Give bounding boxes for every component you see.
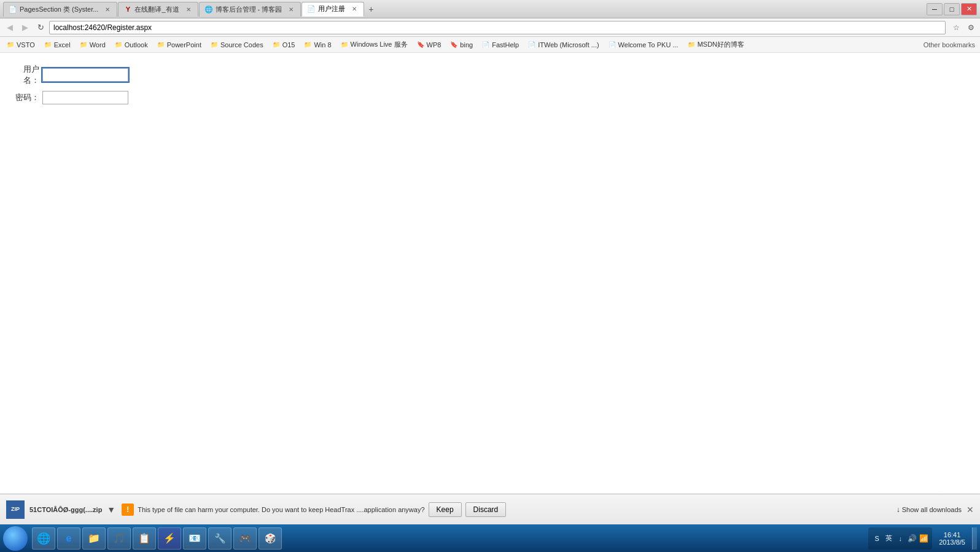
tab-close-1[interactable]: ✕ (103, 5, 112, 14)
bookmark-pku[interactable]: 📄 Welcome To PKU ... (604, 39, 682, 50)
download-bar: ZIP 51CTOIÂÔØ-ggg(....zip ▼ ! This type … (0, 494, 980, 524)
taskbar-app1[interactable]: 📋 (133, 527, 156, 550)
show-all-downloads-link[interactable]: ↓ Show all downloads (896, 505, 962, 514)
bookmark-win8[interactable]: 📁 Win 8 (300, 39, 335, 50)
tab-icon-4: 📄 (307, 5, 316, 14)
tools-icon[interactable]: ⚙ (965, 21, 977, 34)
taskbar-outlook[interactable]: 📧 (183, 527, 206, 550)
bookmark-itweb[interactable]: 📄 ITWeb (Microsoft ...) (524, 39, 602, 50)
start-button[interactable] (3, 526, 28, 551)
bookmarks-bar: 📁 VSTO 📁 Excel 📁 Word 📁 Outlook 📁 PowerP… (0, 37, 980, 53)
app2-icon: 🔧 (214, 533, 226, 544)
taskbar-vs[interactable]: ⚡ (158, 527, 181, 550)
bookmark-wp8[interactable]: 🔖 WP8 (413, 39, 445, 50)
bookmark-outlook[interactable]: 📁 Outlook (111, 39, 152, 50)
outlook-icon: 📧 (189, 532, 201, 544)
bookmark-icon-itweb: 📄 (527, 41, 536, 49)
tray-icon-1[interactable]: S (872, 534, 882, 543)
bookmark-label-vsto: VSTO (17, 41, 35, 49)
star-icon[interactable]: ☆ (950, 21, 962, 34)
bookmark-label-winlive: Windows Live 服务 (351, 40, 408, 49)
download-file-icon: ZIP (6, 500, 25, 519)
username-input[interactable] (42, 68, 128, 82)
bookmarks-overflow-button[interactable]: Other bookmarks (921, 40, 978, 50)
bookmark-label-pku: Welcome To PKU ... (618, 41, 679, 49)
keep-button[interactable]: Keep (429, 502, 462, 517)
bookmark-label-outlook: Outlook (125, 41, 148, 49)
app3-icon: 🎮 (239, 533, 251, 544)
taskbar-explorer[interactable]: 📁 (82, 527, 106, 550)
tray-icon-network[interactable]: 📶 (919, 534, 928, 543)
bookmark-label-itweb: ITWeb (Microsoft ...) (538, 41, 599, 49)
folder-icon-winlive: 📁 (340, 41, 349, 49)
tab-close-4[interactable]: ✕ (350, 5, 359, 14)
warning-icon: ! (122, 503, 134, 516)
download-arrow-button[interactable]: ▼ (107, 505, 115, 515)
tab-label-1: PagesSection 类 (Syster... (20, 5, 98, 14)
ie-icon: e (66, 533, 72, 544)
clock[interactable]: 16:41 2013/8/5 (935, 531, 969, 546)
warning-text: This type of file can harm your computer… (138, 506, 424, 513)
folder-icon: 📁 (6, 41, 15, 49)
bookmark-excel[interactable]: 📁 Excel (40, 39, 74, 50)
bookmark-vsto[interactable]: 📁 VSTO (2, 39, 39, 50)
minimize-button[interactable]: ─ (927, 3, 943, 15)
taskbar-app3[interactable]: 🎮 (233, 527, 257, 550)
close-button[interactable]: ✕ (961, 3, 977, 15)
address-bar[interactable] (49, 21, 946, 34)
folder-icon-ppt: 📁 (157, 41, 165, 49)
maximize-button[interactable]: □ (944, 3, 960, 15)
download-arrow-icon: ↓ (896, 505, 900, 514)
bookmark-msdn[interactable]: 📁 MSDN好的博客 (683, 39, 748, 50)
bookmark-o15[interactable]: 📁 O15 (268, 39, 299, 50)
bookmark-winlive[interactable]: 📁 Windows Live 服务 (336, 39, 411, 50)
download-item: ZIP 51CTOIÂÔØ-ggg(....zip ▼ (6, 500, 115, 519)
new-tab-button[interactable]: + (365, 2, 377, 17)
folder-icon-o15: 📁 (272, 41, 281, 49)
tab-icon-3: 🌐 (204, 5, 213, 14)
tab-close-2[interactable]: ✕ (184, 5, 193, 14)
bookmark-powerpoint[interactable]: 📁 PowerPoint (153, 39, 205, 50)
forward-button[interactable]: ▶ (18, 21, 32, 34)
tab-youdao[interactable]: Y 在线翻译_有道 ✕ (118, 2, 198, 17)
bookmark-bing[interactable]: 🔖 bing (446, 39, 476, 50)
back-button[interactable]: ◀ (3, 21, 17, 34)
media-icon: 🎵 (113, 532, 125, 544)
password-input[interactable] (42, 91, 128, 104)
taskbar-app4[interactable]: 🎲 (259, 527, 282, 550)
bookmark-icon-fasthelp: 📄 (481, 41, 490, 49)
bookmark-fasthelp[interactable]: 📄 FastHelp (478, 39, 523, 50)
register-form: 用户名： 密码： (6, 59, 974, 114)
bookmark-label-word: Word (90, 41, 106, 49)
taskbar-ie[interactable]: e (57, 527, 80, 550)
tab-label-2: 在线翻译_有道 (134, 5, 179, 14)
tab-label-3: 博客后台管理 - 博客园 (216, 5, 282, 14)
folder-icon-outlook: 📁 (114, 41, 123, 49)
discard-button[interactable]: Discard (465, 502, 507, 517)
tab-register[interactable]: 📄 用户注册 ✕ (301, 2, 364, 17)
taskbar-media[interactable]: 🎵 (107, 527, 131, 550)
bookmark-word[interactable]: 📁 Word (76, 39, 109, 50)
taskbar: 🌐 e 📁 🎵 📋 ⚡ 📧 🔧 🎮 🎲 S 英 ↓ 🔊 📶 (0, 524, 980, 552)
refresh-button[interactable]: ↻ (34, 21, 47, 34)
system-tray: S 英 ↓ 🔊 📶 (868, 527, 932, 550)
tab-pagesection[interactable]: 📄 PagesSection 类 (Syster... ✕ (3, 2, 117, 17)
tab-close-3[interactable]: ✕ (287, 5, 295, 14)
folder-icon-excel: 📁 (44, 41, 52, 49)
download-bar-close[interactable]: ✕ (966, 505, 974, 515)
browser-content: 用户名： 密码： (0, 53, 980, 494)
bookmark-icon-bing: 🔖 (449, 41, 458, 49)
show-desktop-button[interactable] (972, 527, 977, 550)
download-warning: ! This type of file can harm your comput… (122, 502, 890, 517)
tray-icon-volume[interactable]: 🔊 (907, 534, 917, 543)
taskbar-chrome[interactable]: 🌐 (32, 527, 55, 550)
tray-icon-down[interactable]: ↓ (895, 534, 905, 543)
bookmark-source-codes[interactable]: 📁 Source Codes (206, 39, 267, 50)
username-row: 用户名： (9, 64, 971, 86)
vs-icon: ⚡ (163, 532, 176, 544)
tray-icon-chinese[interactable]: 英 (884, 534, 893, 543)
bookmark-label-wp8: WP8 (427, 41, 441, 49)
clock-time: 16:41 (944, 531, 961, 538)
tab-blog-admin[interactable]: 🌐 博客后台管理 - 博客园 ✕ (199, 2, 301, 17)
taskbar-app2[interactable]: 🔧 (208, 527, 231, 550)
